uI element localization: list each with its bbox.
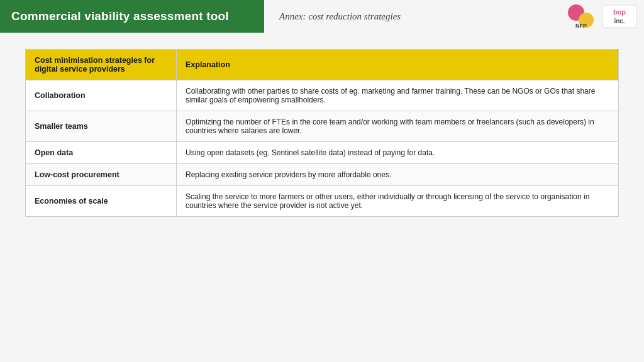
explanation-cell: Scaling the service to more farmers or o… [177, 186, 619, 217]
nfp-logo: NFP [566, 4, 596, 29]
strategy-cell: Low-cost procurement [26, 164, 177, 186]
header-title-background: Commercial viability assessment tool [0, 0, 264, 33]
bop-logo-svg: bop inc. [601, 4, 638, 29]
col-header-explanation: Explanation [177, 50, 619, 80]
table-row: Smaller teamsOptimizing the number of FT… [26, 111, 619, 142]
nfp-logo-svg: NFP [566, 4, 596, 29]
strategy-cell: Smaller teams [26, 111, 177, 142]
svg-text:NFP: NFP [575, 23, 587, 29]
strategy-cell: Economies of scale [26, 186, 177, 217]
strategy-cell: Collaboration [26, 80, 177, 111]
explanation-cell: Optimizing the number of FTEs in the cor… [177, 111, 619, 142]
table-row: Low-cost procurementReplacing existing s… [26, 164, 619, 186]
svg-text:inc.: inc. [614, 18, 625, 25]
explanation-cell: Using open datasets (eg. Sentinel satell… [177, 142, 619, 164]
table-row: Open dataUsing open datasets (eg. Sentin… [26, 142, 619, 164]
strategies-table: Cost minimisation strategies for digital… [25, 49, 619, 217]
table-row: Economies of scaleScaling the service to… [26, 186, 619, 217]
app-title: Commercial viability assessment tool [11, 9, 229, 23]
explanation-cell: Collaborating with other parties to shar… [177, 80, 619, 111]
header-subtitle: Annex: cost reduction strategies [264, 11, 566, 22]
bop-logo: bop inc. [601, 4, 638, 29]
svg-text:bop: bop [613, 8, 626, 16]
strategy-cell: Open data [26, 142, 177, 164]
table-row: CollaborationCollaborating with other pa… [26, 80, 619, 111]
col-header-strategy: Cost minimisation strategies for digital… [26, 50, 177, 80]
main-content: Cost minimisation strategies for digital… [0, 33, 644, 217]
explanation-cell: Replacing existing service providers by … [177, 164, 619, 186]
table-header-row: Cost minimisation strategies for digital… [26, 50, 619, 80]
header: Commercial viability assessment tool Ann… [0, 0, 644, 33]
logos-area: NFP bop inc. [566, 4, 644, 29]
